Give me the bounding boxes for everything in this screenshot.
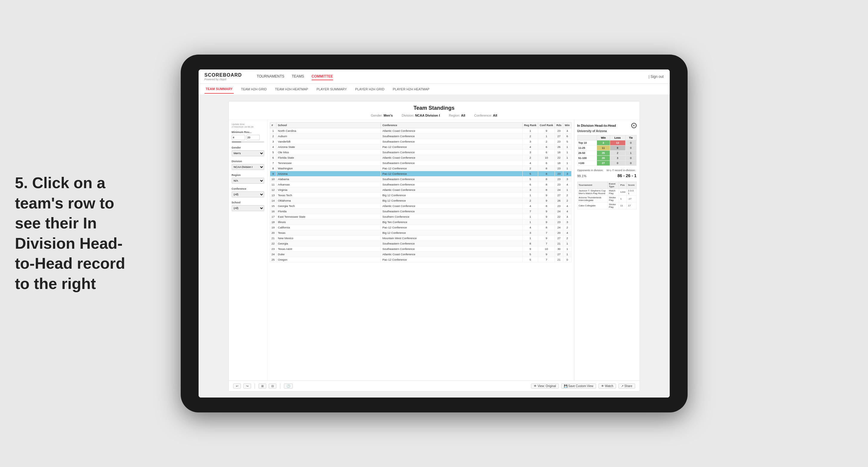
logo-sub: Powered by clippd [205,78,242,81]
cell-num: 1 [270,128,276,134]
subnav-team-h2h-grid[interactable]: TEAM H2H GRID [240,85,268,93]
col-conf-rank: Conf Rank [538,123,555,128]
view-original-button[interactable]: 👁 View: Original [531,383,559,388]
cell-reg-rank: 4 [522,204,538,209]
rounds-slider[interactable] [232,142,264,143]
cell-num: 5 [270,150,276,155]
cell-school: Vanderbilt [276,139,381,144]
t-col-pos: Pos [619,182,627,188]
cell-conference: Southeastern Conference [381,182,522,187]
table-row[interactable]: 10 Alabama Southeastern Conference 5 8 2… [270,177,571,182]
cell-rds: 23 [555,177,563,182]
cell-school: Illinois [276,219,381,225]
conference-select[interactable]: (All) SEC ACC [232,191,264,197]
cell-school: Texas [276,230,381,236]
cell-conf-rank: 8 [538,177,555,182]
table-row[interactable]: 11 Arkansas Southeastern Conference 6 8 … [270,182,571,187]
subnav-player-h2h-heatmap[interactable]: PLAYER H2H HEATMAP [392,85,431,93]
min-rounds-input[interactable] [232,135,245,140]
cell-win: 1 [563,166,571,171]
h2h-row-top10: Top 10 3 13 0 [577,141,636,146]
h2h-row-26-50: 26-50 25 2 1 [577,151,636,156]
subnav-team-summary[interactable]: TEAM SUMMARY [205,85,234,94]
h2h-tie-top10: 0 [625,141,636,146]
division-select[interactable]: NCAA Division I NCAA Division II NCAA Di… [232,164,264,170]
cell-num: 10 [270,177,276,182]
cell-conference: Southeastern Conference [381,209,522,214]
cell-num: 4 [270,144,276,150]
save-custom-view-button[interactable]: 💾 Save Custom View [561,383,596,388]
table-row[interactable]: 23 Texas A&M Southeastern Conference 9 1… [270,246,571,252]
table-row[interactable]: 17 East Tennessee State Southern Confere… [270,214,571,219]
h2h-col-loss: Loss [610,135,625,141]
table-row[interactable]: 7 Tennessee Southeastern Conference 4 6 … [270,160,571,166]
cell-school: Georgia [276,241,381,246]
region-select[interactable]: N/A All [232,178,264,184]
gender-select[interactable]: Men's Women's [232,150,264,156]
table-row[interactable]: 24 Duke Atlantic Coast Conference 5 9 27… [270,252,571,257]
col-conference: Conference [381,123,522,128]
table-row[interactable]: 4 Arizona State Pac-12 Conference 4 6 26… [270,144,571,150]
table-row[interactable]: 1 North Carolina Atlantic Coast Conferen… [270,128,571,134]
h2h-label-26-50: 26-50 [577,151,597,156]
share-button[interactable]: ↗ Share [618,383,635,388]
redo-button[interactable]: ↪ [243,383,251,388]
eye-icon: 👁 [534,384,537,388]
h2h-close-button[interactable]: ✕ [631,123,637,128]
table-row[interactable]: 2 Auburn Southeastern Conference 2 1 27 … [270,134,571,139]
cell-school: Alabama [276,177,381,182]
subnav-team-h2h-heatmap[interactable]: TEAM H2H HEATMAP [274,85,309,93]
cell-rds: 23 [555,171,563,177]
table-row[interactable]: 3 Vanderbilt Southeastern Conference 3 2… [270,139,571,144]
nav-tournaments[interactable]: TOURNAMENTS [257,73,284,80]
cell-conference: Southeastern Conference [381,177,522,182]
table-row[interactable]: 18 Illinois Big Ten Conference 1 9 23 3 [270,219,571,225]
cell-school: California [276,225,381,230]
table-row[interactable]: 14 Oklahoma Big 12 Conference 2 9 26 2 [270,198,571,204]
clock-button[interactable]: 🕐 [284,383,293,388]
nav-committee[interactable]: COMMITTEE [312,73,333,80]
table-row[interactable]: 19 California Pac-12 Conference 4 8 24 2 [270,225,571,230]
col-num: # [270,123,276,128]
h2h-pct: 99.1% [577,174,587,179]
table-row[interactable]: 6 Florida State Atlantic Coast Conferenc… [270,155,571,160]
cell-conference: Atlantic Coast Conference [381,128,522,134]
h2h-win-51-100: 20 [597,156,610,161]
h2h-win-26-50: 25 [597,151,610,156]
filters-panel: Update time:27/03/2024 16:56:26 Minimum … [229,120,268,380]
undo-button[interactable]: ↩ [233,383,241,388]
sign-out[interactable]: | Sign out [649,74,664,79]
table-row[interactable]: 25 Oregon Pac-12 Conference 5 7 21 0 [270,257,571,262]
copy-button[interactable]: ⊞ [258,383,266,388]
table-row[interactable]: 20 Texas Big 12 Conference 3 7 20 4 [270,230,571,236]
table-row[interactable]: 5 Ole Miss Southeastern Conference 3 6 1… [270,150,571,155]
table-row[interactable]: 16 Florida Southeastern Conference 7 9 2… [270,209,571,214]
max-rounds-input[interactable] [246,135,260,140]
filter-division: Division NCAA Division I NCAA Division I… [232,160,264,170]
table-row[interactable]: 13 Texas Tech Big 12 Conference 1 9 27 2 [270,193,571,198]
table-row[interactable]: 9 Arizona Pac-12 Conference 5 8 23 3 [270,171,571,177]
table-row[interactable]: 8 Washington Pac-12 Conference 2 8 23 1 [270,166,571,171]
table-row[interactable]: 15 Georgia Tech Atlantic Coast Conferenc… [270,204,571,209]
table-row[interactable]: 12 Virginia Atlantic Coast Conference 3 … [270,187,571,193]
t-cell-name: Jackson T. Stephens Cup Men's Match-Play… [577,188,608,195]
subnav-player-summary[interactable]: PLAYER SUMMARY [315,85,348,93]
nav-teams[interactable]: TEAMS [292,73,304,80]
cell-conference: Mountain West Conference [381,236,522,241]
cell-reg-rank: 3 [522,230,538,236]
watch-button[interactable]: 👁 Watch [598,383,616,388]
h2h-opponents-label: Opponents in division: W-L-T record in-d… [577,168,637,173]
save-icon: 💾 [564,384,567,388]
h2h-loss-top10: 13 [610,141,625,146]
cell-num: 2 [270,134,276,139]
table-row[interactable]: 22 Georgia Southeastern Conference 8 7 2… [270,241,571,246]
cell-reg-rank: 1 [522,219,538,225]
cell-reg-rank: 1 [522,128,538,134]
cell-conference: Big 12 Conference [381,198,522,204]
cell-conf-rank: 9 [538,209,555,214]
cell-num: 25 [270,257,276,262]
subnav-player-h2h-grid[interactable]: PLAYER H2H GRID [354,85,385,93]
paste-button[interactable]: ⊟ [269,383,276,388]
school-select[interactable]: (All) [232,205,264,211]
table-row[interactable]: 21 New Mexico Mountain West Conference 1… [270,236,571,241]
